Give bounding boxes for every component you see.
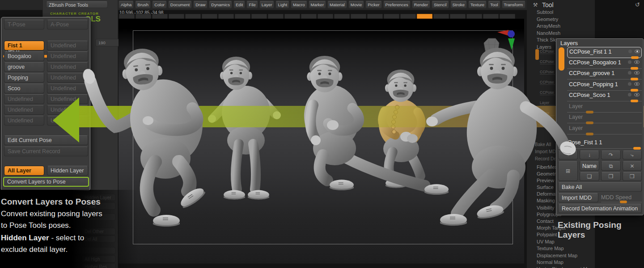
shelf-button-3[interactable] xyxy=(152,14,168,19)
pose-slot-5-left[interactable]: Scoo xyxy=(4,84,44,93)
menu-item-stencil[interactable]: Stencil xyxy=(432,1,449,8)
menu-item-brush[interactable]: Brush xyxy=(135,1,151,8)
pose-slot-6-right[interactable]: Undefined xyxy=(47,94,88,104)
t-pose-button[interactable]: T-Pose xyxy=(4,20,44,29)
menu-item-picker[interactable]: Picker xyxy=(365,1,381,8)
duplicate-layer-icon[interactable]: ⧉ xyxy=(601,161,621,171)
eye-icon[interactable] xyxy=(634,71,640,75)
move-down-icon[interactable]: ↓ xyxy=(580,151,599,159)
import-mdd-button[interactable]: Import MDD xyxy=(558,193,598,202)
shelf-button-24[interactable] xyxy=(500,14,515,19)
menu-item-preferences[interactable]: Preferences xyxy=(383,1,411,8)
sidebar-item-texture-map[interactable]: Texture Map xyxy=(537,246,564,251)
layer-item-1[interactable]: CCPose_Fist 1 1 xyxy=(567,47,642,58)
menu-item-render[interactable]: Render xyxy=(412,1,430,8)
shelf-button-2[interactable] xyxy=(136,14,151,19)
pose-slot-6-left[interactable]: Undefined xyxy=(4,94,44,104)
history-icon[interactable]: ↺ xyxy=(635,1,640,8)
sidebar-item-contact[interactable]: Contact xyxy=(537,218,554,224)
sidebar-item-visibility[interactable]: Visibility xyxy=(537,205,555,210)
pose-slot-4-left[interactable]: Popping xyxy=(4,73,44,83)
shelf-button-15[interactable] xyxy=(351,14,366,19)
menu-item-movie[interactable]: Movie xyxy=(348,1,364,8)
mdd-speed-slider[interactable] xyxy=(620,201,627,203)
convert-layers-to-pose-button[interactable]: Convert Layers to Pose xyxy=(3,177,89,187)
shelf-button-6[interactable] xyxy=(202,14,217,19)
layers-scrollbar[interactable] xyxy=(559,47,564,71)
mini-button-import-mdd[interactable]: Import MDD xyxy=(535,149,555,154)
layer-intensity-slider[interactable] xyxy=(586,133,593,135)
sidebar-item-subtool[interactable]: Subtool xyxy=(537,9,553,15)
pose-slot-1-right[interactable]: Undefined xyxy=(47,41,88,50)
flatten-layer-icon[interactable]: ❒ xyxy=(623,172,642,181)
menu-item-macro[interactable]: Macro xyxy=(291,1,307,8)
menu-item-texture[interactable]: Texture xyxy=(468,1,487,8)
sidebar-item-preview[interactable]: Preview xyxy=(537,178,554,183)
menu-item-alpha[interactable]: Alpha xyxy=(119,1,134,8)
shelf-button-19[interactable] xyxy=(417,14,432,19)
canvas-scrollbar[interactable] xyxy=(525,143,527,155)
hidden-layer-button[interactable]: Hidden Layer xyxy=(47,166,88,176)
pose-value-field[interactable]: 190 xyxy=(95,39,121,46)
pose-tools-panel-title[interactable]: ZBrush Pose Tools xyxy=(46,1,108,8)
all-layer-button[interactable]: All Layer xyxy=(4,166,44,176)
shelf-button-16[interactable] xyxy=(367,14,383,19)
shelf-button-9[interactable] xyxy=(251,14,267,19)
eye-icon[interactable] xyxy=(634,60,640,64)
sidebar-item-surface[interactable]: Surface xyxy=(537,184,554,190)
pose-slot-2-right[interactable]: Undefined xyxy=(47,51,88,61)
pose-slot-3-right[interactable]: Undefined xyxy=(47,62,88,72)
eye-icon[interactable] xyxy=(634,82,640,86)
pose-slot-3-left[interactable]: groove xyxy=(4,62,44,72)
layer-item-4[interactable]: CCPose_Popping 1 xyxy=(567,80,642,91)
pose-slot-1-left[interactable]: Fist 1 xyxy=(4,41,44,50)
shelf-button-14[interactable] xyxy=(334,14,350,19)
shelf-button-21[interactable] xyxy=(450,14,466,19)
bake-all-button[interactable]: Bake All xyxy=(558,182,642,192)
shelf-button-10[interactable] xyxy=(268,14,284,19)
layer-item-3[interactable]: CCPose_groove 1 xyxy=(567,69,642,80)
pose-slot-4-right[interactable]: Undefined xyxy=(47,73,88,83)
menu-item-tool[interactable]: Tool xyxy=(488,1,500,8)
sidebar-item-vector-displacement-map[interactable]: Vector Displacement Map xyxy=(537,266,593,268)
sidebar-item-polypaint[interactable]: Polypaint xyxy=(537,232,557,237)
branch-arrow-icon[interactable]: ⤷ xyxy=(623,151,642,159)
shelf-button-17[interactable] xyxy=(384,14,399,19)
sidebar-item-masking[interactable]: Masking xyxy=(537,198,555,203)
selected-layer-name-strip[interactable]: CCPose_Fist 1 1 xyxy=(558,138,641,149)
layer-item-5[interactable]: CCPose_Scoo 1 xyxy=(567,91,642,101)
sidebar-item-arraymesh[interactable]: ArrayMesh xyxy=(537,23,560,29)
shelf-button-11[interactable] xyxy=(284,14,300,19)
new-layer-icon[interactable]: ⊞ xyxy=(558,161,578,181)
menu-item-document[interactable]: Document xyxy=(168,1,192,8)
shelf-button-4[interactable] xyxy=(169,14,184,19)
record-deformation-button[interactable]: Record Deformation Animation xyxy=(558,204,642,213)
eye-icon[interactable] xyxy=(635,50,640,53)
layers-header[interactable]: Layers xyxy=(560,40,578,46)
tool-palette-header[interactable]: Tool xyxy=(542,1,554,8)
pose-slot-2-left[interactable]: Boogaloo xyxy=(4,51,44,61)
pose-slot-5-right[interactable]: Undefined xyxy=(47,84,88,93)
shelf-button-12[interactable] xyxy=(301,14,317,19)
shelf-button-18[interactable] xyxy=(400,14,416,19)
tray-toggle-chevron[interactable]: ❯ xyxy=(514,147,518,153)
menu-item-layer[interactable]: Layer xyxy=(259,1,275,8)
eye-icon[interactable] xyxy=(634,93,640,96)
shelf-button-7[interactable] xyxy=(218,14,234,19)
shelf-button-1[interactable] xyxy=(119,14,135,19)
menu-item-dynamics[interactable]: Dynamics xyxy=(209,1,232,8)
shelf-button-22[interactable] xyxy=(466,14,482,19)
layer-item-8[interactable]: Layer xyxy=(567,124,642,134)
menu-item-material[interactable]: Material xyxy=(327,1,347,8)
layer-item-2[interactable]: CCPose_Boogaloo 1 xyxy=(567,58,642,69)
menu-item-stroke[interactable]: Stroke xyxy=(450,1,467,8)
shelf-button-8[interactable] xyxy=(235,14,250,19)
sidebar-item-geometry[interactable]: Geometry xyxy=(537,17,558,22)
pose-slot-8-left[interactable]: Undefined xyxy=(4,116,44,126)
menu-item-draw[interactable]: Draw xyxy=(193,1,208,8)
sidebar-item-nanomesh[interactable]: NanoMesh xyxy=(537,30,560,36)
shelf-button-23[interactable] xyxy=(483,14,499,19)
layer-item-6[interactable]: Layer xyxy=(567,102,642,113)
split-layer-icon[interactable]: ❐ xyxy=(601,172,621,181)
menu-item-color[interactable]: Color xyxy=(152,1,167,8)
